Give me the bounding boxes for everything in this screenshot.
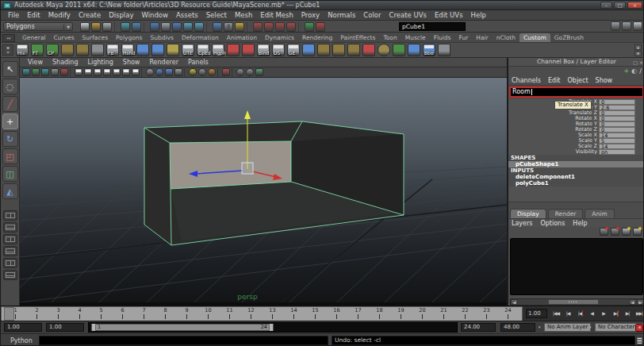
channel-row[interactable]: Scale Y 5 xyxy=(508,138,644,144)
move-layer-up[interactable] xyxy=(600,228,608,236)
viewport-canvas[interactable]: persp xyxy=(20,78,507,302)
shelf-tab[interactable]: Toon xyxy=(379,33,401,42)
safe-action[interactable] xyxy=(122,68,130,76)
shelf-tab[interactable]: Surfaces xyxy=(79,33,112,42)
shelf-icon[interactable]: CP xyxy=(46,44,59,56)
shelf-tab[interactable]: Subdivs xyxy=(146,33,177,42)
mini-tool[interactable] xyxy=(91,44,104,56)
select-component[interactable] xyxy=(172,22,182,32)
toggle-tool-settings[interactable] xyxy=(622,21,631,31)
snap-magnet-curve[interactable] xyxy=(264,22,274,32)
timeline-frame[interactable]: 14 xyxy=(283,307,305,321)
field-chart[interactable] xyxy=(113,68,121,76)
panel-toolbar-icon[interactable] xyxy=(217,68,220,77)
menu-item[interactable]: Normals xyxy=(324,11,359,19)
speed-icon[interactable]: + xyxy=(624,67,630,75)
play-backwards[interactable]: ◀ xyxy=(586,308,597,319)
safe-title[interactable] xyxy=(132,68,140,76)
xray-mode[interactable] xyxy=(236,68,244,76)
menu-set-selector[interactable]: Polygons ▼ xyxy=(3,22,73,31)
popout-icon[interactable]: □ xyxy=(633,59,638,67)
isolate-select[interactable] xyxy=(222,68,230,76)
close-icon[interactable]: × xyxy=(639,59,643,67)
play-forwards[interactable]: ▶ xyxy=(598,308,609,319)
wireframe-mode[interactable] xyxy=(146,68,154,76)
shelf-icon[interactable]: GE xyxy=(287,44,300,56)
timeline-frame[interactable]: 6 xyxy=(112,307,133,321)
shelf-collapse-icon[interactable]: ▪▾ xyxy=(2,44,13,56)
timeline-frame[interactable]: 7 xyxy=(133,307,155,321)
light-dot-yellow[interactable] xyxy=(189,68,197,76)
scrollbar-track[interactable] xyxy=(518,299,629,305)
stairs-blue[interactable] xyxy=(408,44,420,56)
grid-toggle[interactable] xyxy=(75,68,82,76)
layout-persp-uv[interactable] xyxy=(3,270,17,280)
status-icon[interactable] xyxy=(247,22,251,32)
move-tool[interactable]: + xyxy=(2,113,18,129)
panel-toolbar-icon[interactable] xyxy=(232,68,235,77)
shelf-icon[interactable]: His xyxy=(16,44,29,56)
timeline-frame[interactable]: 17 xyxy=(347,307,369,321)
current-frame-field[interactable]: 1.00 xyxy=(526,309,547,318)
go-to-start[interactable]: |◀◀ xyxy=(550,308,562,319)
textured-mode[interactable] xyxy=(165,68,173,76)
camo-kit-2[interactable] xyxy=(76,44,89,56)
panel-toolbar-icon[interactable] xyxy=(184,68,187,77)
light-dot-gray[interactable] xyxy=(198,68,206,76)
move-layer-down[interactable] xyxy=(611,228,619,236)
gate-mask[interactable] xyxy=(103,68,111,76)
chain-closed[interactable] xyxy=(151,44,164,56)
snap-magnet-grid[interactable] xyxy=(253,22,263,32)
timeline-frame[interactable]: 18 xyxy=(369,307,390,321)
playback-end-field[interactable]: 24.00 xyxy=(461,323,496,332)
input-node-item[interactable]: deleteComponent1 xyxy=(508,174,644,180)
shelf-icon[interactable]: CpEd xyxy=(197,44,209,56)
menu-item[interactable]: Create UVs xyxy=(385,11,431,19)
time-slider-track[interactable]: 123456789101112131415161718192021222324 xyxy=(1,306,523,321)
shaded-mode[interactable] xyxy=(155,68,163,76)
chain-open[interactable] xyxy=(136,44,149,56)
shape-node-item[interactable]: pCubeShape1 xyxy=(508,161,644,167)
snap-grid[interactable] xyxy=(183,22,193,32)
channel-box-menu-item[interactable]: Show xyxy=(596,77,613,84)
shelf-icon[interactable]: FT xyxy=(31,44,44,56)
script-editor-icon[interactable] xyxy=(636,336,643,344)
2d-pan-zoom[interactable] xyxy=(60,68,68,76)
timeline-frame[interactable]: 2 xyxy=(26,307,48,321)
go-to-end[interactable]: ▶▶| xyxy=(634,308,644,319)
panel-toolbar-icon[interactable] xyxy=(141,68,144,77)
camo-box-2[interactable] xyxy=(332,44,345,56)
undo[interactable] xyxy=(121,22,130,32)
timeline-frame[interactable]: 19 xyxy=(390,307,412,321)
layer-editor-menu-item[interactable]: Layers xyxy=(512,220,532,227)
scroll-left-icon[interactable]: ◀ xyxy=(629,299,636,305)
select-tool[interactable]: ↖ xyxy=(2,61,18,77)
menu-item[interactable]: Edit UVs xyxy=(431,11,467,19)
toggle-attribute-editor[interactable] xyxy=(611,21,620,31)
timeline-frame[interactable]: 13 xyxy=(262,307,283,321)
timeline-frame[interactable]: 24 xyxy=(497,307,519,321)
camo-kit-1[interactable] xyxy=(61,44,74,56)
minimize-button[interactable]: – xyxy=(600,2,612,9)
shelf-menu-icon[interactable]: ▾▾ xyxy=(2,34,15,42)
timeline-frame[interactable]: 23 xyxy=(476,307,497,321)
menu-item[interactable]: Window xyxy=(137,11,172,19)
timeline-frame[interactable]: 12 xyxy=(240,307,262,321)
save-scene[interactable] xyxy=(102,22,112,32)
open-scene[interactable] xyxy=(91,22,101,32)
layer-editor-menu-item[interactable]: Help xyxy=(573,220,587,227)
layer-editor-tab[interactable]: Render xyxy=(548,209,584,218)
lattice[interactable] xyxy=(167,44,179,56)
menu-item[interactable]: Display xyxy=(105,11,137,19)
shelf-tab[interactable]: Rendering xyxy=(298,33,336,42)
shelf-icon[interactable]: Bbo xyxy=(423,44,435,56)
channel-box-menu-item[interactable]: Object xyxy=(568,77,588,84)
shelf-icon[interactable]: Blnd xyxy=(257,44,270,56)
timeline-frame[interactable]: 3 xyxy=(48,307,69,321)
restore-button[interactable]: □ xyxy=(614,2,626,9)
channel-row[interactable]: Scale X 14 xyxy=(508,133,644,138)
shelf-icon[interactable]: FB xyxy=(106,44,119,56)
scrollbar-thumb[interactable] xyxy=(548,299,599,305)
range-end-handle[interactable] xyxy=(269,324,273,331)
animation-start-field[interactable]: 1.00 xyxy=(4,323,42,332)
